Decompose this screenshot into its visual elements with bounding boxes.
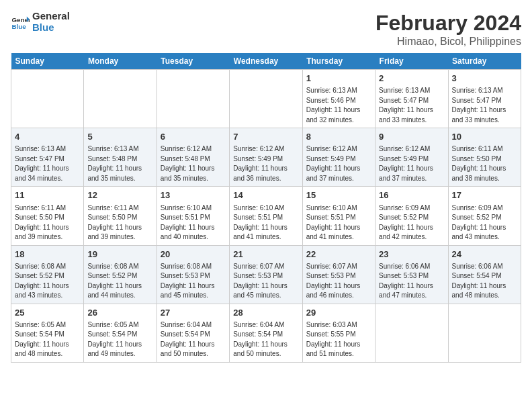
day-info: Sunrise: 6:13 AM Sunset: 5:47 PM Dayligh…	[452, 86, 517, 125]
header-tuesday: Tuesday	[157, 53, 229, 70]
day-info: Sunrise: 6:08 AM Sunset: 5:53 PM Dayligh…	[161, 262, 226, 301]
day-number: 22	[306, 248, 371, 261]
calendar-cell	[157, 70, 229, 128]
day-info: Sunrise: 6:04 AM Sunset: 5:54 PM Dayligh…	[233, 320, 298, 359]
page-header: General Blue General Blue February 2024 …	[11, 11, 521, 48]
day-info: Sunrise: 6:13 AM Sunset: 5:47 PM Dayligh…	[15, 144, 80, 183]
title-block: February 2024 Himaao, Bicol, Philippines	[375, 11, 521, 48]
day-number: 14	[233, 189, 298, 201]
day-number: 7	[233, 131, 298, 143]
day-info: Sunrise: 6:03 AM Sunset: 5:55 PM Dayligh…	[306, 320, 371, 359]
calendar-cell: 11Sunrise: 6:11 AM Sunset: 5:50 PM Dayli…	[11, 187, 84, 245]
day-number: 8	[306, 131, 371, 143]
header-thursday: Thursday	[302, 53, 375, 70]
day-number: 13	[161, 189, 226, 201]
calendar-week-row: 1Sunrise: 6:13 AM Sunset: 5:46 PM Daylig…	[11, 70, 521, 128]
calendar-cell: 14Sunrise: 6:10 AM Sunset: 5:51 PM Dayli…	[230, 187, 302, 245]
calendar-cell: 7Sunrise: 6:12 AM Sunset: 5:49 PM Daylig…	[230, 128, 302, 187]
location-subtitle: Himaao, Bicol, Philippines	[375, 36, 521, 48]
calendar-cell: 8Sunrise: 6:12 AM Sunset: 5:49 PM Daylig…	[302, 128, 375, 187]
day-number: 11	[15, 189, 80, 201]
calendar-cell: 6Sunrise: 6:12 AM Sunset: 5:48 PM Daylig…	[157, 128, 229, 187]
calendar-cell: 21Sunrise: 6:07 AM Sunset: 5:53 PM Dayli…	[230, 245, 302, 304]
day-number: 29	[306, 307, 371, 319]
calendar-week-row: 25Sunrise: 6:05 AM Sunset: 5:54 PM Dayli…	[11, 304, 521, 362]
calendar-cell: 28Sunrise: 6:04 AM Sunset: 5:54 PM Dayli…	[230, 304, 302, 362]
day-info: Sunrise: 6:10 AM Sunset: 5:51 PM Dayligh…	[161, 203, 226, 242]
calendar-cell	[448, 304, 521, 362]
day-number: 4	[15, 131, 80, 143]
header-wednesday: Wednesday	[230, 53, 302, 70]
calendar-cell: 10Sunrise: 6:11 AM Sunset: 5:50 PM Dayli…	[448, 128, 521, 187]
calendar-cell: 23Sunrise: 6:06 AM Sunset: 5:53 PM Dayli…	[375, 245, 448, 304]
calendar-cell: 4Sunrise: 6:13 AM Sunset: 5:47 PM Daylig…	[11, 128, 84, 187]
day-info: Sunrise: 6:13 AM Sunset: 5:48 PM Dayligh…	[87, 144, 152, 183]
day-number: 2	[379, 73, 444, 85]
day-info: Sunrise: 6:09 AM Sunset: 5:52 PM Dayligh…	[452, 203, 517, 242]
day-info: Sunrise: 6:06 AM Sunset: 5:53 PM Dayligh…	[379, 262, 444, 301]
day-number: 26	[87, 307, 152, 319]
day-info: Sunrise: 6:12 AM Sunset: 5:49 PM Dayligh…	[233, 144, 298, 183]
day-number: 25	[15, 307, 80, 319]
calendar-cell: 22Sunrise: 6:07 AM Sunset: 5:53 PM Dayli…	[302, 245, 375, 304]
day-info: Sunrise: 6:11 AM Sunset: 5:50 PM Dayligh…	[452, 144, 517, 183]
header-sunday: Sunday	[11, 53, 84, 70]
calendar-week-row: 11Sunrise: 6:11 AM Sunset: 5:50 PM Dayli…	[11, 187, 521, 245]
calendar-cell: 29Sunrise: 6:03 AM Sunset: 5:55 PM Dayli…	[302, 304, 375, 362]
header-monday: Monday	[84, 53, 157, 70]
calendar-week-row: 18Sunrise: 6:08 AM Sunset: 5:52 PM Dayli…	[11, 245, 521, 304]
day-info: Sunrise: 6:09 AM Sunset: 5:52 PM Dayligh…	[379, 203, 444, 242]
calendar-cell: 12Sunrise: 6:11 AM Sunset: 5:50 PM Dayli…	[84, 187, 157, 245]
calendar-cell: 24Sunrise: 6:06 AM Sunset: 5:54 PM Dayli…	[448, 245, 521, 304]
header-saturday: Saturday	[448, 53, 521, 70]
day-info: Sunrise: 6:10 AM Sunset: 5:51 PM Dayligh…	[306, 203, 371, 242]
calendar-table: SundayMondayTuesdayWednesdayThursdayFrid…	[11, 53, 521, 363]
day-info: Sunrise: 6:05 AM Sunset: 5:54 PM Dayligh…	[15, 320, 80, 359]
day-number: 5	[87, 131, 152, 143]
calendar-cell: 25Sunrise: 6:05 AM Sunset: 5:54 PM Dayli…	[11, 304, 84, 362]
day-number: 10	[452, 131, 517, 143]
calendar-cell: 26Sunrise: 6:05 AM Sunset: 5:54 PM Dayli…	[84, 304, 157, 362]
calendar-cell	[84, 70, 157, 128]
calendar-cell: 13Sunrise: 6:10 AM Sunset: 5:51 PM Dayli…	[157, 187, 229, 245]
calendar-cell: 27Sunrise: 6:04 AM Sunset: 5:54 PM Dayli…	[157, 304, 229, 362]
day-number: 16	[379, 189, 444, 201]
logo: General Blue General Blue	[11, 11, 70, 33]
day-info: Sunrise: 6:08 AM Sunset: 5:52 PM Dayligh…	[87, 262, 152, 301]
calendar-cell: 9Sunrise: 6:12 AM Sunset: 5:49 PM Daylig…	[375, 128, 448, 187]
day-info: Sunrise: 6:13 AM Sunset: 5:46 PM Dayligh…	[306, 86, 371, 125]
day-number: 21	[233, 248, 298, 261]
month-year-title: February 2024	[375, 11, 521, 36]
calendar-header-row: SundayMondayTuesdayWednesdayThursdayFrid…	[11, 53, 521, 70]
day-info: Sunrise: 6:12 AM Sunset: 5:48 PM Dayligh…	[161, 144, 226, 183]
day-number: 12	[87, 189, 152, 201]
day-info: Sunrise: 6:11 AM Sunset: 5:50 PM Dayligh…	[15, 203, 80, 242]
calendar-cell: 16Sunrise: 6:09 AM Sunset: 5:52 PM Dayli…	[375, 187, 448, 245]
calendar-cell: 18Sunrise: 6:08 AM Sunset: 5:52 PM Dayli…	[11, 245, 84, 304]
logo-icon: General Blue	[11, 13, 30, 32]
calendar-cell	[230, 70, 302, 128]
calendar-cell	[375, 304, 448, 362]
day-number: 23	[379, 248, 444, 261]
day-info: Sunrise: 6:04 AM Sunset: 5:54 PM Dayligh…	[161, 320, 226, 359]
day-info: Sunrise: 6:11 AM Sunset: 5:50 PM Dayligh…	[87, 203, 152, 242]
calendar-cell: 20Sunrise: 6:08 AM Sunset: 5:53 PM Dayli…	[157, 245, 229, 304]
calendar-cell: 19Sunrise: 6:08 AM Sunset: 5:52 PM Dayli…	[84, 245, 157, 304]
day-info: Sunrise: 6:05 AM Sunset: 5:54 PM Dayligh…	[87, 320, 152, 359]
calendar-cell: 15Sunrise: 6:10 AM Sunset: 5:51 PM Dayli…	[302, 187, 375, 245]
day-number: 1	[306, 73, 371, 85]
day-number: 3	[452, 73, 517, 85]
day-number: 9	[379, 131, 444, 143]
day-number: 27	[161, 307, 226, 319]
calendar-cell	[11, 70, 84, 128]
calendar-cell: 5Sunrise: 6:13 AM Sunset: 5:48 PM Daylig…	[84, 128, 157, 187]
day-number: 24	[452, 248, 517, 261]
day-info: Sunrise: 6:08 AM Sunset: 5:52 PM Dayligh…	[15, 262, 80, 301]
day-info: Sunrise: 6:10 AM Sunset: 5:51 PM Dayligh…	[233, 203, 298, 242]
calendar-cell: 17Sunrise: 6:09 AM Sunset: 5:52 PM Dayli…	[448, 187, 521, 245]
calendar-cell: 3Sunrise: 6:13 AM Sunset: 5:47 PM Daylig…	[448, 70, 521, 128]
day-info: Sunrise: 6:07 AM Sunset: 5:53 PM Dayligh…	[306, 262, 371, 301]
day-number: 15	[306, 189, 371, 201]
day-number: 28	[233, 307, 298, 319]
calendar-week-row: 4Sunrise: 6:13 AM Sunset: 5:47 PM Daylig…	[11, 128, 521, 187]
